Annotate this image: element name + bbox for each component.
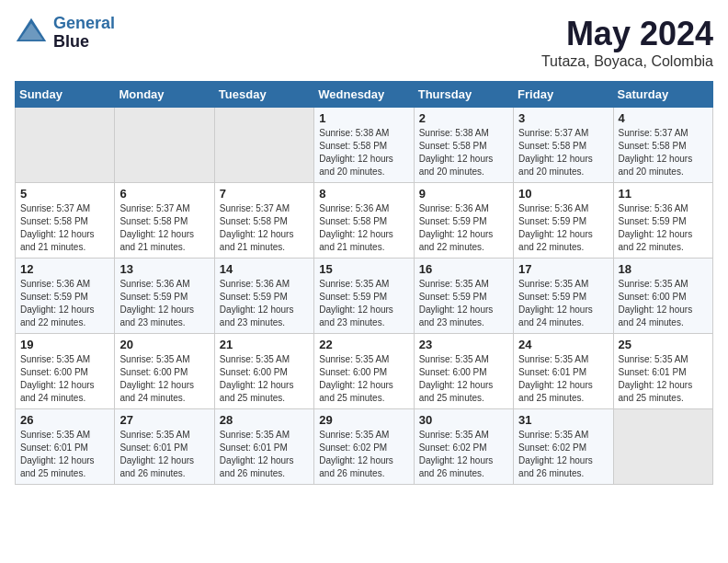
day-cell: 21Sunrise: 5:35 AM Sunset: 6:00 PM Dayli… [214, 334, 313, 409]
day-number: 25 [619, 338, 708, 351]
header-day-thursday: Thursday [414, 82, 513, 108]
day-info: Sunrise: 5:35 AM Sunset: 5:59 PM Dayligh… [419, 278, 508, 329]
day-cell: 31Sunrise: 5:35 AM Sunset: 6:02 PM Dayli… [514, 409, 613, 485]
day-info: Sunrise: 5:36 AM Sunset: 5:59 PM Dayligh… [119, 278, 209, 329]
day-number: 24 [518, 338, 608, 351]
day-cell: 12Sunrise: 5:36 AM Sunset: 5:59 PM Dayli… [16, 259, 115, 334]
day-info: Sunrise: 5:36 AM Sunset: 5:59 PM Dayligh… [419, 202, 508, 254]
day-number: 28 [220, 413, 309, 427]
logo: General Blue [15, 15, 115, 52]
day-number: 21 [220, 338, 309, 351]
day-info: Sunrise: 5:35 AM Sunset: 6:00 PM Dayligh… [119, 353, 209, 405]
day-number: 30 [419, 413, 508, 427]
day-cell: 14Sunrise: 5:36 AM Sunset: 5:59 PM Dayli… [214, 259, 313, 334]
title-block: May 2024 Tutaza, Boyaca, Colombia [541, 15, 713, 70]
day-info: Sunrise: 5:36 AM Sunset: 5:58 PM Dayligh… [319, 202, 408, 254]
day-cell: 11Sunrise: 5:36 AM Sunset: 5:59 PM Dayli… [613, 183, 712, 259]
day-cell: 1Sunrise: 5:38 AM Sunset: 5:58 PM Daylig… [314, 108, 414, 183]
day-cell: 24Sunrise: 5:35 AM Sunset: 6:01 PM Dayli… [514, 334, 613, 409]
day-info: Sunrise: 5:35 AM Sunset: 5:59 PM Dayligh… [319, 278, 408, 329]
day-cell: 8Sunrise: 5:36 AM Sunset: 5:58 PM Daylig… [314, 183, 414, 259]
header-day-saturday: Saturday [613, 82, 712, 108]
day-info: Sunrise: 5:36 AM Sunset: 5:59 PM Dayligh… [619, 202, 708, 254]
day-number: 29 [319, 413, 408, 427]
day-cell: 19Sunrise: 5:35 AM Sunset: 6:00 PM Dayli… [16, 334, 115, 409]
day-cell: 15Sunrise: 5:35 AM Sunset: 5:59 PM Dayli… [314, 259, 414, 334]
day-info: Sunrise: 5:37 AM Sunset: 5:58 PM Dayligh… [20, 202, 109, 254]
day-info: Sunrise: 5:35 AM Sunset: 6:02 PM Dayligh… [319, 429, 408, 480]
month-title: May 2024 [541, 15, 713, 53]
day-info: Sunrise: 5:35 AM Sunset: 6:00 PM Dayligh… [419, 353, 508, 405]
day-cell: 5Sunrise: 5:37 AM Sunset: 5:58 PM Daylig… [16, 183, 115, 259]
day-info: Sunrise: 5:35 AM Sunset: 6:00 PM Dayligh… [20, 353, 109, 405]
day-number: 12 [20, 262, 109, 276]
day-cell: 7Sunrise: 5:37 AM Sunset: 5:58 PM Daylig… [214, 183, 313, 259]
day-info: Sunrise: 5:35 AM Sunset: 6:02 PM Dayligh… [419, 429, 508, 480]
day-info: Sunrise: 5:35 AM Sunset: 6:01 PM Dayligh… [20, 429, 109, 480]
header-day-friday: Friday [514, 82, 613, 108]
calendar-table: SundayMondayTuesdayWednesdayThursdayFrid… [15, 81, 713, 485]
day-number: 5 [20, 187, 109, 201]
day-info: Sunrise: 5:35 AM Sunset: 6:00 PM Dayligh… [619, 278, 708, 329]
day-number: 19 [20, 338, 109, 351]
header-row: SundayMondayTuesdayWednesdayThursdayFrid… [16, 82, 713, 108]
day-info: Sunrise: 5:35 AM Sunset: 6:01 PM Dayligh… [518, 353, 608, 405]
day-info: Sunrise: 5:38 AM Sunset: 5:58 PM Dayligh… [319, 127, 408, 178]
day-cell: 28Sunrise: 5:35 AM Sunset: 6:01 PM Dayli… [214, 409, 313, 485]
location-title: Tutaza, Boyaca, Colombia [541, 53, 713, 70]
day-number: 8 [319, 187, 408, 201]
day-cell: 23Sunrise: 5:35 AM Sunset: 6:00 PM Dayli… [414, 334, 513, 409]
day-number: 15 [319, 262, 408, 276]
day-info: Sunrise: 5:35 AM Sunset: 6:02 PM Dayligh… [518, 429, 608, 480]
day-cell: 26Sunrise: 5:35 AM Sunset: 6:01 PM Dayli… [16, 409, 115, 485]
logo-icon [15, 17, 48, 50]
week-row-3: 12Sunrise: 5:36 AM Sunset: 5:59 PM Dayli… [16, 259, 713, 334]
day-cell: 17Sunrise: 5:35 AM Sunset: 5:59 PM Dayli… [514, 259, 613, 334]
day-cell: 13Sunrise: 5:36 AM Sunset: 5:59 PM Dayli… [115, 259, 214, 334]
day-number: 18 [619, 262, 708, 276]
day-cell: 10Sunrise: 5:36 AM Sunset: 5:59 PM Dayli… [514, 183, 613, 259]
day-cell: 6Sunrise: 5:37 AM Sunset: 5:58 PM Daylig… [115, 183, 214, 259]
day-number: 26 [20, 413, 109, 427]
day-info: Sunrise: 5:37 AM Sunset: 5:58 PM Dayligh… [619, 127, 708, 178]
day-number: 20 [119, 338, 209, 351]
day-info: Sunrise: 5:37 AM Sunset: 5:58 PM Dayligh… [518, 127, 608, 178]
day-cell: 20Sunrise: 5:35 AM Sunset: 6:00 PM Dayli… [115, 334, 214, 409]
day-info: Sunrise: 5:35 AM Sunset: 6:01 PM Dayligh… [220, 429, 309, 480]
day-cell [613, 409, 712, 485]
day-cell: 16Sunrise: 5:35 AM Sunset: 5:59 PM Dayli… [414, 259, 513, 334]
day-number: 4 [619, 111, 708, 125]
day-cell [214, 108, 313, 183]
header-day-tuesday: Tuesday [214, 82, 313, 108]
header-day-wednesday: Wednesday [314, 82, 414, 108]
day-info: Sunrise: 5:37 AM Sunset: 5:58 PM Dayligh… [119, 202, 209, 254]
day-info: Sunrise: 5:35 AM Sunset: 6:01 PM Dayligh… [119, 429, 209, 480]
day-cell: 27Sunrise: 5:35 AM Sunset: 6:01 PM Dayli… [115, 409, 214, 485]
day-cell: 2Sunrise: 5:38 AM Sunset: 5:58 PM Daylig… [414, 108, 513, 183]
day-number: 9 [419, 187, 508, 201]
day-number: 17 [518, 262, 608, 276]
day-number: 16 [419, 262, 508, 276]
day-cell: 30Sunrise: 5:35 AM Sunset: 6:02 PM Dayli… [414, 409, 513, 485]
day-number: 27 [119, 413, 209, 427]
day-number: 7 [220, 187, 309, 201]
calendar-header: SundayMondayTuesdayWednesdayThursdayFrid… [16, 82, 713, 108]
week-row-5: 26Sunrise: 5:35 AM Sunset: 6:01 PM Dayli… [16, 409, 713, 485]
day-cell: 3Sunrise: 5:37 AM Sunset: 5:58 PM Daylig… [514, 108, 613, 183]
logo-text: General Blue [53, 15, 115, 52]
day-info: Sunrise: 5:37 AM Sunset: 5:58 PM Dayligh… [220, 202, 309, 254]
day-info: Sunrise: 5:35 AM Sunset: 5:59 PM Dayligh… [518, 278, 608, 329]
day-number: 3 [518, 111, 608, 125]
day-number: 22 [319, 338, 408, 351]
day-info: Sunrise: 5:35 AM Sunset: 6:00 PM Dayligh… [220, 353, 309, 405]
day-number: 1 [319, 111, 408, 125]
header-day-sunday: Sunday [16, 82, 115, 108]
day-cell: 9Sunrise: 5:36 AM Sunset: 5:59 PM Daylig… [414, 183, 513, 259]
week-row-4: 19Sunrise: 5:35 AM Sunset: 6:00 PM Dayli… [16, 334, 713, 409]
week-row-2: 5Sunrise: 5:37 AM Sunset: 5:58 PM Daylig… [16, 183, 713, 259]
day-cell: 25Sunrise: 5:35 AM Sunset: 6:01 PM Dayli… [613, 334, 712, 409]
day-number: 23 [419, 338, 508, 351]
day-number: 11 [619, 187, 708, 201]
week-row-1: 1Sunrise: 5:38 AM Sunset: 5:58 PM Daylig… [16, 108, 713, 183]
day-info: Sunrise: 5:38 AM Sunset: 5:58 PM Dayligh… [419, 127, 508, 178]
